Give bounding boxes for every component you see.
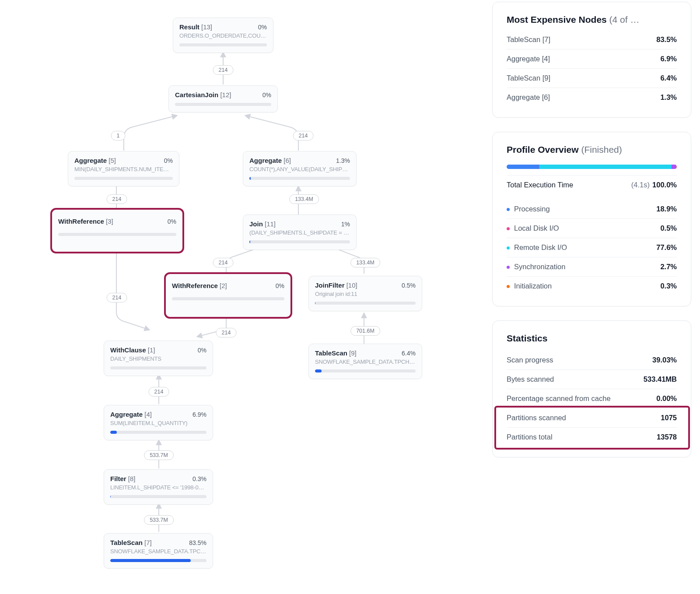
node-aggregate-4[interactable]: Aggregate [4]6.9% SUM(LINEITEM.L_QUANTIT… [104,405,213,440]
node-aggregate-6[interactable]: Aggregate [6]1.3% COUNT(*),ANY_VALUE(DAI… [243,151,357,186]
node-join-11[interactable]: Join [11]1% (DAILY_SHIPMENTS.L_SHIPDATE … [243,214,357,250]
query-plan-canvas[interactable]: Result [13]0% ORDERS.O_ORDERDATE,COUNT(*… [0,0,451,594]
edge-label: 533.7M [144,515,174,525]
edge-label: 133.4M [350,258,380,267]
edge-label: 133.4M [289,194,319,204]
panel-profile-overview: Profile Overview (Finished) Total Execut… [492,132,691,306]
stats-row: Partitions scanned1075 [507,408,677,427]
node-aggregate-5[interactable]: Aggregate [5]0% MIN(DAILY_SHIPMENTS.NUM_… [68,151,179,186]
profile-row: Initialization0.3% [507,276,677,295]
panel-title: Profile Overview (Finished) [507,144,622,155]
edge-label: 701.6M [350,326,380,336]
panel-title: Most Expensive Nodes (4 of … [507,14,639,25]
panel-title: Statistics [507,333,547,343]
node-tablescan-9[interactable]: TableScan [9]6.4% SNOWFLAKE_SAMPLE_DATA.… [308,344,422,379]
expensive-row[interactable]: TableScan [7]83.5% [507,30,677,49]
panel-statistics: Statistics Scan progress39.03%Bytes scan… [492,320,691,457]
node-cartesianjoin[interactable]: CartesianJoin [12]0% [168,85,278,112]
edge-label: 214 [213,258,234,267]
edge-label: 533.7M [144,450,174,460]
edge-label: 1 [111,131,126,141]
stats-row: Percentage scanned from cache0.00% [507,389,677,408]
expensive-row[interactable]: TableScan [9]6.4% [507,68,677,88]
panel-most-expensive: Most Expensive Nodes (4 of … TableScan [… [492,2,691,118]
edge-label: 214 [216,328,237,337]
edge-label: 214 [107,293,127,302]
node-filter-8[interactable]: Filter [8]0.3% LINEITEM.L_SHIPDATE <= '1… [104,469,213,505]
node-withclause[interactable]: WithClause [1]0% DAILY_SHIPMENTS [104,341,213,376]
node-withreference-2[interactable]: WithReference [2]0% [165,274,291,317]
expensive-row[interactable]: Aggregate [4]6.9% [507,49,677,68]
profile-row: Synchronization2.7% [507,257,677,276]
profile-row: Processing18.9% [507,200,677,218]
profile-total: Total Execution Time (4.1s)100.0% [507,175,677,194]
profile-row: Local Disk I/O0.5% [507,218,677,238]
stats-row: Bytes scanned533.41MB [507,369,677,389]
node-withreference-3[interactable]: WithReference [3]0% [52,209,183,252]
node-joinfilter[interactable]: JoinFilter [10]0.5% Original join id:11 [308,276,422,311]
node-result[interactable]: Result [13]0% ORDERS.O_ORDERDATE,COUNT(*… [173,18,273,53]
node-tablescan-7[interactable]: TableScan [7]83.5% SNOWFLAKE_SAMPLE_DATA… [104,533,213,569]
profile-row: Remote Disk I/O77.6% [507,238,677,257]
stats-row: Partitions total13578 [507,427,677,446]
edge-label: 214 [213,65,234,75]
stats-row: Scan progress39.03% [507,351,677,369]
profile-stacked-bar [507,165,677,169]
expensive-row[interactable]: Aggregate [6]1.3% [507,88,677,107]
edge-label: 214 [149,387,169,397]
edge-label: 214 [107,194,127,204]
edge-label: 214 [293,131,314,141]
